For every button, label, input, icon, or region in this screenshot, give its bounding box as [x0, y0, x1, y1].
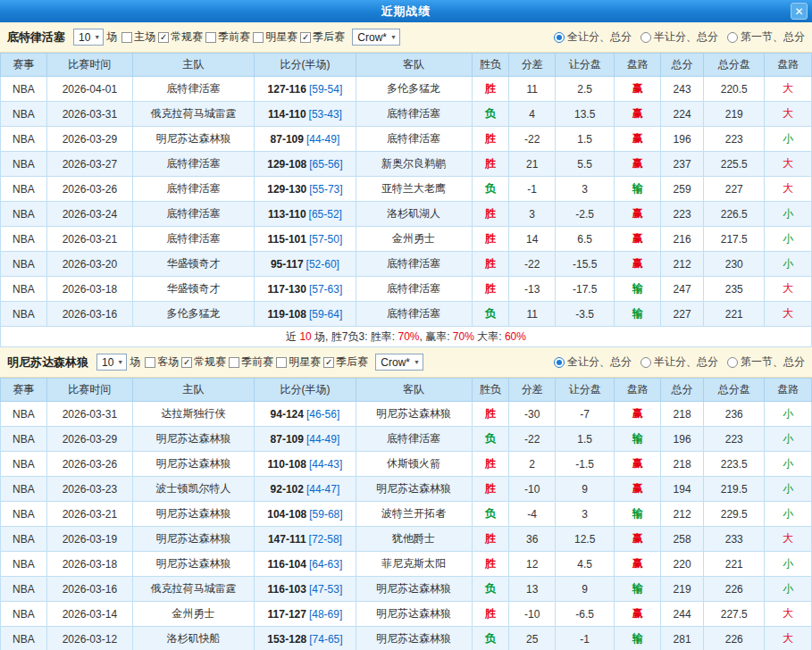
- checkbox-icon[interactable]: [229, 357, 239, 368]
- cell-date: 2026-03-26: [46, 177, 132, 202]
- filter-checkbox[interactable]: ✓季后赛: [323, 354, 368, 370]
- cell-score: 147-111[72-58]: [255, 527, 356, 552]
- cell-date: 2026-04-01: [46, 77, 132, 102]
- cell-total: 218: [661, 402, 704, 427]
- radio-icon[interactable]: [640, 32, 651, 43]
- cell-total-result: 大: [765, 77, 812, 102]
- cell-score: 116-104[64-63]: [255, 552, 356, 577]
- table-header-row: 赛事比赛时间主队比分(半场)客队胜负分差让分盘盘路总分总分盘盘路: [1, 379, 812, 402]
- radio-icon[interactable]: [727, 357, 738, 368]
- column-header: 胜负: [472, 54, 509, 77]
- cell-total-result: 大: [765, 602, 812, 627]
- checkbox-icon[interactable]: [253, 32, 264, 43]
- cell-total: 224: [661, 102, 704, 127]
- filter-radio[interactable]: 全让分、总分: [554, 354, 632, 370]
- filter-radio[interactable]: 第一节、总分: [727, 354, 805, 370]
- filter-radio[interactable]: 半让分、总分: [640, 29, 718, 45]
- filter-radio[interactable]: 全让分、总分: [554, 29, 632, 45]
- filter-checkbox[interactable]: 主场: [121, 29, 155, 45]
- cell-home-team: 底特律活塞: [132, 202, 254, 227]
- cell-handicap-result: 赢: [615, 202, 661, 227]
- filter-checkbox[interactable]: 季前赛: [229, 354, 273, 370]
- cell-point-diff: -30: [509, 402, 556, 427]
- cell-handicap: -6.5: [556, 602, 615, 627]
- cell-result: 胜: [472, 227, 509, 252]
- column-header: 比赛时间: [46, 379, 132, 402]
- cell-league: NBA: [1, 227, 47, 252]
- checkbox-icon[interactable]: ✓: [323, 357, 334, 368]
- radio-icon[interactable]: [727, 32, 738, 43]
- cell-handicap: 3: [556, 502, 615, 527]
- cell-handicap: -3.5: [556, 302, 615, 327]
- cell-league: NBA: [1, 77, 47, 102]
- titlebar: 近期战绩 ✕: [0, 0, 812, 22]
- table-row: NBA2026-03-29明尼苏达森林狼87-109[44-49]底特律活塞胜-…: [1, 127, 812, 152]
- score-full: 104-108: [267, 508, 306, 521]
- cell-total-result: 大: [765, 277, 812, 302]
- checkbox-label: 主场: [134, 29, 155, 45]
- score-full: 92-102: [271, 483, 304, 496]
- cell-total: 247: [661, 277, 704, 302]
- filter-radio[interactable]: 半让分、总分: [640, 354, 718, 370]
- cell-handicap-result: 赢: [615, 477, 661, 502]
- cell-score: 87-109[44-49]: [255, 127, 356, 152]
- cell-result: 胜: [472, 77, 509, 102]
- cell-handicap-result: 赢: [615, 602, 661, 627]
- cell-handicap: -15.5: [556, 252, 615, 277]
- radio-icon[interactable]: [554, 32, 565, 43]
- checkbox-icon[interactable]: ✓: [300, 32, 311, 43]
- filter-checkbox[interactable]: 明星赛: [253, 29, 297, 45]
- filter-checkbox[interactable]: 明星赛: [276, 354, 321, 370]
- cell-total-result: 小: [765, 202, 812, 227]
- checkbox-icon[interactable]: [121, 32, 132, 43]
- summary-segment: 大率:: [474, 330, 505, 343]
- filter-bar: 底特律活塞 10 ▼ 场 主场✓常规赛季前赛明星赛✓季后赛 Crow* ▼ 全让…: [0, 22, 812, 53]
- cell-league: NBA: [1, 627, 47, 650]
- cell-handicap-result: 输: [615, 502, 661, 527]
- checkbox-icon[interactable]: [205, 32, 216, 43]
- cell-date: 2026-03-16: [46, 577, 132, 602]
- filter-checkbox[interactable]: 客场: [145, 354, 179, 370]
- checkbox-label: 明星赛: [289, 354, 321, 370]
- checkbox-icon[interactable]: [145, 357, 155, 368]
- table-row: NBA2026-03-18明尼苏达森林狼116-104[64-63]菲尼克斯太阳…: [1, 552, 812, 577]
- cell-total-line: 219: [704, 102, 765, 127]
- cell-point-diff: 25: [509, 627, 556, 650]
- checkbox-icon[interactable]: ✓: [158, 32, 169, 43]
- cell-league: NBA: [1, 552, 47, 577]
- cell-date: 2026-03-14: [46, 602, 132, 627]
- cell-league: NBA: [1, 302, 47, 327]
- filter-checkbox[interactable]: 季前赛: [205, 29, 250, 45]
- cell-date: 2026-03-20: [46, 252, 132, 277]
- bookmaker-select[interactable]: Crow* ▼: [352, 29, 400, 46]
- games-count-select[interactable]: 10 ▼: [96, 354, 127, 371]
- filter-bar: 明尼苏达森林狼 10 ▼ 场 客场✓常规赛季前赛明星赛✓季后赛 Crow* ▼ …: [0, 347, 812, 378]
- chevron-down-icon: ▼: [94, 34, 100, 40]
- cell-away-team: 底特律活塞: [356, 102, 472, 127]
- games-count-select[interactable]: 10 ▼: [73, 29, 104, 46]
- column-header: 分差: [509, 54, 556, 77]
- checkbox-icon[interactable]: [276, 357, 287, 368]
- table-row: NBA2026-03-23波士顿凯尔特人92-102[44-47]明尼苏达森林狼…: [1, 477, 812, 502]
- score-full: 119-108: [268, 308, 306, 321]
- column-header: 总分盘: [704, 54, 765, 77]
- column-header: 盘路: [615, 54, 661, 77]
- cell-total: 223: [661, 202, 704, 227]
- filter-radio[interactable]: 第一节、总分: [727, 29, 805, 45]
- filter-checkbox[interactable]: ✓季后赛: [300, 29, 345, 45]
- radio-icon[interactable]: [640, 357, 651, 368]
- cell-handicap: 1.5: [556, 127, 615, 152]
- score-full: 113-110: [268, 208, 306, 221]
- bookmaker-select[interactable]: Crow* ▼: [375, 354, 423, 371]
- cell-date: 2026-03-18: [46, 552, 132, 577]
- checkbox-icon[interactable]: ✓: [181, 357, 192, 368]
- filter-checkbox[interactable]: ✓常规赛: [181, 354, 226, 370]
- cell-point-diff: -10: [509, 602, 556, 627]
- cell-handicap-result: 赢: [615, 77, 661, 102]
- filter-checkbox[interactable]: ✓常规赛: [158, 29, 203, 45]
- cell-handicap: 9: [556, 577, 615, 602]
- cell-away-team: 犹他爵士: [356, 527, 472, 552]
- close-button[interactable]: ✕: [791, 3, 808, 20]
- cell-total-line: 230: [704, 252, 765, 277]
- radio-icon[interactable]: [554, 357, 565, 368]
